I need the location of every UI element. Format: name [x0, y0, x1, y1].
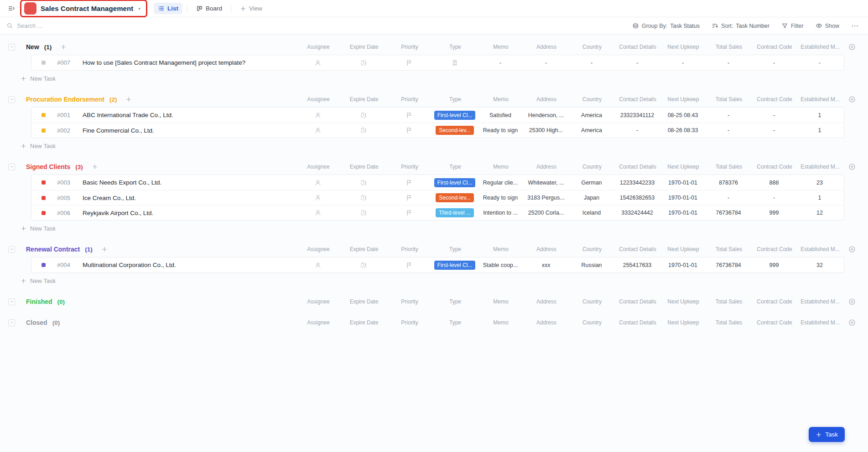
assignee-cell[interactable]	[295, 59, 341, 67]
cell-established-m[interactable]: 1	[797, 195, 842, 201]
column-header[interactable]: Priority	[387, 246, 432, 252]
group-by-control[interactable]: Group By: Task Status	[632, 22, 700, 29]
column-header[interactable]: Memo	[478, 298, 524, 305]
cell-country[interactable]: -	[569, 60, 614, 66]
title-caret-icon[interactable]: ▾	[138, 6, 140, 11]
column-header[interactable]: Established M...	[797, 246, 843, 252]
cell-next-upkeep[interactable]: 1970-01-01	[660, 210, 706, 216]
type-badge[interactable]: First-level Cl...	[434, 111, 476, 120]
column-header[interactable]: Memo	[478, 319, 524, 326]
task-title[interactable]: How to use [Sales Contract Management] p…	[83, 59, 245, 66]
column-header[interactable]: Next Upkeep	[660, 298, 706, 305]
cell-total-sales[interactable]: -	[706, 195, 751, 201]
column-header[interactable]: Priority	[387, 44, 432, 50]
type-cell[interactable]: First-level Cl...	[432, 111, 478, 120]
new-task-button[interactable]: New Task	[21, 139, 80, 153]
task-row[interactable]: #001 ABC International Trade Co., Ltd. F…	[31, 108, 844, 123]
add-column-icon[interactable]	[843, 319, 861, 326]
cell-established-m[interactable]: 23	[797, 180, 842, 186]
column-header[interactable]: Next Upkeep	[660, 96, 706, 103]
task-title[interactable]: Multinational Corporation Co., Ltd.	[83, 262, 176, 268]
cell-address[interactable]: xxx	[523, 262, 569, 268]
column-header[interactable]: Total Sales	[706, 96, 752, 103]
cell-contract-code[interactable]: 888	[751, 180, 797, 186]
column-header[interactable]: Total Sales	[706, 319, 752, 326]
column-header[interactable]: Established M...	[797, 319, 843, 326]
type-cell[interactable]: Second-lev...	[432, 126, 478, 135]
cell-contract-code[interactable]: 999	[751, 210, 797, 216]
search-box[interactable]	[6, 22, 117, 29]
assignee-cell[interactable]	[295, 179, 341, 186]
column-header[interactable]: Total Sales	[706, 298, 752, 305]
cell-next-upkeep[interactable]: 1970-01-01	[660, 262, 706, 268]
column-header[interactable]: Memo	[478, 44, 524, 50]
column-header[interactable]: Contact Details	[615, 319, 660, 326]
expire-date-cell[interactable]	[341, 59, 386, 67]
column-header[interactable]: Type	[432, 319, 478, 326]
cell-next-upkeep[interactable]: 08-25 08:43	[660, 112, 706, 118]
column-header[interactable]: Assignee	[296, 164, 341, 170]
task-row[interactable]: #007 How to use [Sales Contract Manageme…	[31, 55, 844, 70]
column-header[interactable]: Contract Code	[752, 164, 797, 170]
column-header[interactable]: Total Sales	[706, 44, 752, 50]
cell-established-m[interactable]: 1	[797, 112, 842, 118]
column-header[interactable]: Priority	[387, 164, 432, 170]
type-badge[interactable]: Second-lev...	[436, 126, 473, 135]
column-header[interactable]: Next Upkeep	[660, 164, 706, 170]
cell-total-sales[interactable]: 76736784	[706, 262, 751, 268]
cell-contact-details[interactable]: 255417633	[614, 262, 660, 268]
cell-total-sales[interactable]: 76736784	[706, 210, 751, 216]
collapse-toggle-icon[interactable]	[8, 44, 15, 51]
priority-cell[interactable]	[386, 112, 432, 119]
status-dot[interactable]	[42, 61, 46, 65]
column-header[interactable]: Expire Date	[341, 319, 387, 326]
cell-address[interactable]: 25300 High...	[523, 127, 569, 134]
expire-date-cell[interactable]	[341, 179, 386, 186]
add-column-icon[interactable]	[843, 96, 861, 103]
cell-address[interactable]: 25200 Corla...	[523, 210, 569, 216]
cell-established-m[interactable]: 1	[797, 127, 842, 134]
group-add-task-icon[interactable]	[92, 164, 98, 170]
column-header[interactable]: Address	[524, 164, 569, 170]
collapse-toggle-icon[interactable]	[8, 246, 15, 253]
cell-established-m[interactable]: -	[797, 60, 842, 66]
expire-date-cell[interactable]	[341, 209, 386, 216]
column-header[interactable]: Country	[569, 319, 615, 326]
column-header[interactable]: Type	[432, 298, 478, 305]
more-menu-button[interactable]: ⋯	[851, 21, 859, 30]
cell-memo[interactable]: Ready to sign	[478, 195, 523, 201]
column-header[interactable]: Type	[432, 164, 478, 170]
cell-established-m[interactable]: 32	[797, 262, 842, 268]
column-header[interactable]: Contract Code	[752, 298, 797, 305]
type-cell[interactable]: Third-level ...	[432, 208, 478, 217]
column-header[interactable]: Contract Code	[752, 319, 797, 326]
add-column-icon[interactable]	[843, 246, 861, 253]
column-header[interactable]: Priority	[387, 96, 432, 103]
expire-date-cell[interactable]	[341, 112, 386, 119]
type-badge[interactable]: First-level Cl...	[434, 261, 476, 270]
cell-memo[interactable]: Stable coop...	[478, 262, 523, 268]
cell-total-sales[interactable]: -	[706, 127, 751, 134]
cell-contract-code[interactable]: -	[751, 112, 797, 118]
task-row[interactable]: #002 Fine Commercial Co., Ltd. Second-le…	[31, 123, 844, 138]
expire-date-cell[interactable]	[341, 127, 386, 134]
cell-contact-details[interactable]: 3332424442	[614, 210, 660, 216]
column-header[interactable]: Priority	[387, 319, 432, 326]
cell-address[interactable]: -	[523, 60, 569, 66]
task-row[interactable]: #003 Basic Needs Export Co., Ltd. First-…	[31, 175, 844, 190]
column-header[interactable]: Contact Details	[615, 298, 660, 305]
column-header[interactable]: Established M...	[797, 164, 843, 170]
expire-date-cell[interactable]	[341, 262, 386, 269]
assignee-cell[interactable]	[295, 194, 341, 201]
task-title[interactable]: Reykjavik Airport Co., Ltd.	[83, 210, 153, 216]
cell-contract-code[interactable]: -	[751, 195, 797, 201]
cell-contact-details[interactable]: 15426382653	[614, 195, 660, 201]
cell-contact-details[interactable]: 23323341112	[614, 112, 660, 118]
cell-country[interactable]: America	[569, 112, 614, 118]
column-header[interactable]: Assignee	[296, 96, 341, 103]
new-task-button[interactable]: New Task	[21, 72, 80, 85]
column-header[interactable]: Next Upkeep	[660, 44, 706, 50]
type-badge[interactable]: Second-lev...	[436, 193, 473, 202]
cell-memo[interactable]: -	[478, 60, 523, 66]
assignee-cell[interactable]	[295, 112, 341, 119]
